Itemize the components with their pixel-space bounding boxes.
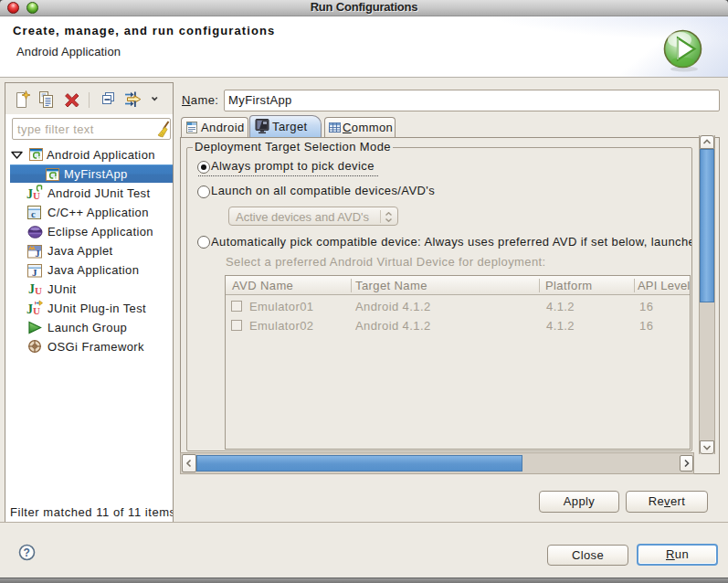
svg-text:U: U: [33, 305, 40, 316]
svg-text:?: ?: [24, 546, 31, 559]
svg-text:c: c: [31, 208, 36, 219]
svg-text:J: J: [36, 249, 40, 259]
svg-text:U: U: [33, 190, 40, 201]
svg-text:J: J: [32, 267, 37, 278]
svg-text:U: U: [35, 285, 42, 296]
